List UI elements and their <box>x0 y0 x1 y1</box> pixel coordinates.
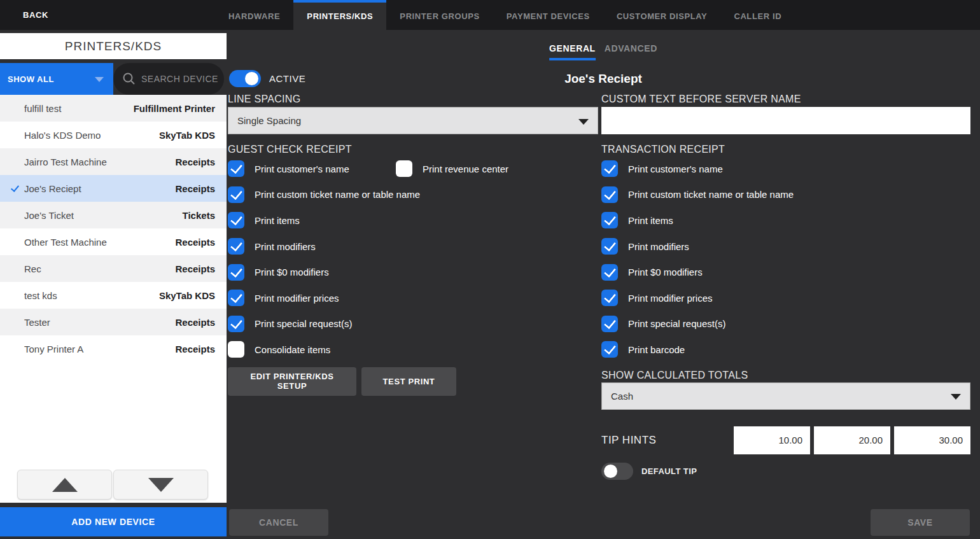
option-print-customers-name[interactable]: Print customer's name <box>228 160 396 177</box>
cancel-button[interactable]: CANCEL <box>229 509 328 536</box>
checkbox[interactable] <box>396 160 412 177</box>
checkbox[interactable] <box>228 341 244 358</box>
device-search-box[interactable] <box>113 63 224 95</box>
device-row-tester[interactable]: Tester Receipts <box>0 309 227 335</box>
device-name: Joe's Ticket <box>24 210 183 221</box>
checkbox[interactable] <box>228 316 244 332</box>
option-txn-print-custom-ticket-name[interactable]: Print custom ticket name or table name <box>601 186 794 203</box>
transaction-receipt-section-label: TRANSACTION RECEIPT <box>601 144 970 155</box>
test-print-button[interactable]: TEST PRINT <box>361 367 456 396</box>
checkbox-label: Print items <box>255 215 300 226</box>
tip-hints-row: TIP HINTS <box>601 426 970 454</box>
top-nav-bar: BACK HARDWARE PRINTERS/KDS PRINTER GROUP… <box>0 0 980 30</box>
scroll-up-button[interactable] <box>17 470 112 500</box>
option-print-modifier-prices[interactable]: Print modifier prices <box>228 290 339 306</box>
device-row-jairro-test-machine[interactable]: Jairro Test Machine Receipts <box>0 148 227 175</box>
checkbox[interactable] <box>228 264 244 281</box>
option-txn-print-modifiers[interactable]: Print modifiers <box>601 238 689 255</box>
device-row-test-kds[interactable]: test kds SkyTab KDS <box>0 282 227 309</box>
checkbox[interactable] <box>228 160 244 177</box>
device-row-other-test-machine[interactable]: Other Test Machine Receipts <box>0 228 227 255</box>
device-row-joes-ticket[interactable]: Joe's Ticket Tickets <box>0 202 227 228</box>
calculated-totals-select[interactable]: Cash <box>601 382 970 410</box>
save-button[interactable]: SAVE <box>871 509 970 536</box>
option-consolidate-items[interactable]: Consolidate items <box>228 341 330 358</box>
checkbox[interactable] <box>601 316 618 332</box>
nav-tab-printer-groups[interactable]: PRINTER GROUPS <box>386 0 493 30</box>
checkbox[interactable] <box>601 341 618 358</box>
option-txn-print-barcode[interactable]: Print barcode <box>601 341 685 358</box>
edit-printer-kds-setup-button[interactable]: EDIT PRINTER/KDS SETUP <box>228 367 356 396</box>
checkbox[interactable] <box>601 290 618 306</box>
checkbox[interactable] <box>228 290 244 306</box>
tip-hint-input-3[interactable] <box>894 426 970 454</box>
toggle-knob <box>245 72 258 85</box>
checkbox[interactable] <box>601 212 618 228</box>
device-detail-panel: GENERAL ADVANCED ACTIVE Joe's Reciept LI… <box>227 30 980 539</box>
checkbox[interactable] <box>228 212 244 228</box>
device-type: Fulfillment Printer <box>134 103 215 114</box>
checkbox[interactable] <box>228 238 244 255</box>
nav-tab-printers-kds[interactable]: PRINTERS/KDS <box>293 0 386 30</box>
checkbox-label: Print modifiers <box>628 241 689 252</box>
nav-tab-caller-id[interactable]: CALLER ID <box>720 0 795 30</box>
chevron-down-icon <box>578 119 589 125</box>
checkbox[interactable] <box>601 238 618 255</box>
checkbox-label: Print $0 modifiers <box>255 267 329 277</box>
guest-check-section-label: GUEST CHECK RECEIPT <box>228 144 598 155</box>
option-print-custom-ticket-name[interactable]: Print custom ticket name or table name <box>228 186 420 203</box>
device-name: Rec <box>24 263 175 274</box>
default-tip-toggle[interactable] <box>601 463 633 480</box>
back-button[interactable]: BACK <box>23 0 48 30</box>
sidebar-filter-row: SHOW ALL <box>0 63 227 95</box>
checkbox[interactable] <box>601 264 618 281</box>
checkbox-label: Print modifiers <box>255 241 316 252</box>
selected-check-icon <box>11 183 19 192</box>
tip-hint-input-1[interactable] <box>734 426 810 454</box>
option-txn-print-special-requests[interactable]: Print special request(s) <box>601 316 725 332</box>
option-print-modifiers[interactable]: Print modifiers <box>228 238 316 255</box>
top-nav-tabs: HARDWARE PRINTERS/KDS PRINTER GROUPS PAY… <box>215 0 795 30</box>
tab-advanced[interactable]: ADVANCED <box>605 43 657 60</box>
option-print-special-requests[interactable]: Print special request(s) <box>228 316 352 332</box>
option-txn-print-zero-dollar-modifiers[interactable]: Print $0 modifiers <box>601 264 703 281</box>
option-txn-print-modifier-prices[interactable]: Print modifier prices <box>601 290 713 306</box>
device-row-halos-kds-demo[interactable]: Halo's KDS Demo SkyTab KDS <box>0 122 227 148</box>
device-type: Receipts <box>175 263 215 274</box>
nav-tab-hardware[interactable]: HARDWARE <box>215 0 293 30</box>
checkbox[interactable] <box>601 160 618 177</box>
checkbox-label: Print customer's name <box>255 164 349 174</box>
tab-general[interactable]: GENERAL <box>549 43 596 60</box>
arrow-down-icon <box>148 478 174 492</box>
scroll-down-button[interactable] <box>113 470 208 500</box>
device-row-fulfill-test[interactable]: fulfill test Fulfillment Printer <box>0 95 227 122</box>
checkbox-label: Consolidate items <box>255 344 330 355</box>
option-print-zero-dollar-modifiers[interactable]: Print $0 modifiers <box>228 264 329 281</box>
option-print-items[interactable]: Print items <box>228 212 300 228</box>
show-all-dropdown[interactable]: SHOW ALL <box>0 63 113 95</box>
active-toggle[interactable] <box>229 70 261 87</box>
nav-tab-customer-display[interactable]: CUSTOMER DISPLAY <box>603 0 721 30</box>
custom-text-input[interactable] <box>601 107 970 134</box>
device-name: Joe's Reciept <box>24 183 175 194</box>
nav-tab-payment-devices[interactable]: PAYMENT DEVICES <box>493 0 603 30</box>
toggle-knob <box>604 465 617 478</box>
printer-action-buttons: EDIT PRINTER/KDS SETUP TEST PRINT <box>228 367 598 396</box>
add-new-device-button[interactable]: ADD NEW DEVICE <box>0 507 227 536</box>
list-scroll-controls <box>17 470 208 500</box>
option-txn-print-customers-name[interactable]: Print customer's name <box>601 160 723 177</box>
option-txn-print-items[interactable]: Print items <box>601 212 673 228</box>
checkbox-label: Print revenue center <box>423 164 508 174</box>
line-spacing-select[interactable]: Single Spacing <box>228 107 598 134</box>
device-row-rec[interactable]: Rec Receipts <box>0 255 227 282</box>
device-name: test kds <box>24 290 159 301</box>
tip-hint-input-2[interactable] <box>814 426 890 454</box>
device-row-tony-printer-a[interactable]: Tony Printer A Receipts <box>0 335 227 362</box>
device-row-joes-reciept[interactable]: Joe's Reciept Receipts <box>0 175 227 202</box>
checkbox[interactable] <box>228 186 244 203</box>
checkbox[interactable] <box>601 186 618 203</box>
active-toggle-row: ACTIVE <box>229 70 305 87</box>
option-print-revenue-center[interactable]: Print revenue center <box>396 160 508 177</box>
search-input[interactable] <box>141 74 224 84</box>
tip-hints-label: TIP HINTS <box>601 434 730 447</box>
